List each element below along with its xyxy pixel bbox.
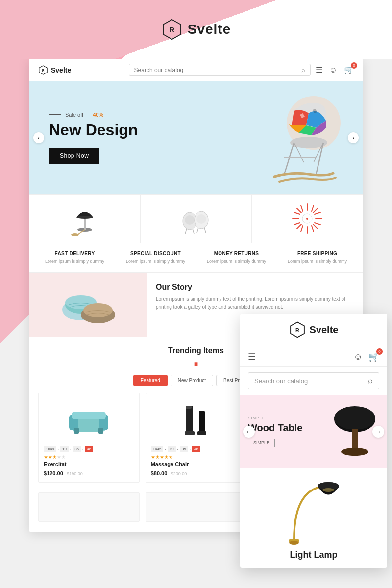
mobile-slider-arrow-left[interactable]: ← xyxy=(243,426,255,438)
about-image-block xyxy=(29,273,147,337)
svg-line-30 xyxy=(313,208,318,213)
product-name-1: Exercitat xyxy=(44,461,134,467)
cart-badge: 0 xyxy=(351,62,357,69)
about-title: Our Story xyxy=(156,283,354,292)
svg-rect-54 xyxy=(185,431,195,435)
mobile-search-placeholder: Search our catalog xyxy=(254,377,368,385)
mobile-header: R Svelte xyxy=(240,314,387,347)
category-strip xyxy=(29,194,363,243)
svg-line-6 xyxy=(284,143,294,174)
feature-shipping: FREE SHIPPING Lorem ipsum is simply dumm… xyxy=(277,251,358,265)
mobile-slider-arrow-right[interactable]: → xyxy=(372,426,384,438)
svg-point-41 xyxy=(306,218,308,220)
svg-line-36 xyxy=(312,205,314,211)
navbar-search-input[interactable] xyxy=(134,67,301,74)
product-card-placeholder-2 xyxy=(146,492,247,522)
tab-featured[interactable]: Featured xyxy=(133,375,168,386)
product-timer-1: 1049: 19: 35: 46 xyxy=(44,446,134,452)
svg-line-21 xyxy=(193,229,194,234)
svg-rect-50 xyxy=(74,428,79,434)
category-item-chairs[interactable] xyxy=(140,195,251,243)
sofa-svg xyxy=(67,401,111,440)
product-name-2: Massage Chair xyxy=(151,461,242,467)
mobile-search-bar[interactable]: Search our catalog ⌕ xyxy=(248,372,379,389)
tall-lamps-svg xyxy=(174,401,218,440)
feature-title-2: SPECIAL DISCOUNT xyxy=(118,251,194,256)
feature-title-3: MONEY RETURNS xyxy=(198,251,274,256)
hexagon-logo-icon: R xyxy=(161,19,183,40)
svg-line-35 xyxy=(315,223,320,225)
navbar-icons: ☰ ☺ 🛒 0 xyxy=(316,65,354,74)
hero-title: New Design xyxy=(49,121,138,139)
svg-line-37 xyxy=(301,226,303,232)
svg-text:R: R xyxy=(42,68,45,72)
svg-rect-57 xyxy=(186,406,192,409)
hero-product-image xyxy=(245,86,353,194)
rocking-chair-svg xyxy=(245,86,353,194)
svg-line-33 xyxy=(312,226,314,232)
hero-shop-now-button[interactable]: Shop Now xyxy=(49,148,99,164)
hero-text: Sale off 40% New Design Shop Now xyxy=(29,97,157,178)
clock-category-svg xyxy=(290,201,324,236)
wood-table-svg xyxy=(330,405,379,459)
mobile-nav-bar: ☰ ☺ 🛒 0 xyxy=(240,347,387,367)
product-card-placeholder-1 xyxy=(38,492,140,522)
hero-subtitle: Sale off 40% xyxy=(49,112,138,118)
svg-line-32 xyxy=(301,205,303,211)
svg-point-13 xyxy=(76,216,93,219)
mobile-product-image xyxy=(330,405,379,459)
feature-desc-4: Lorem ipsum is simply dummy xyxy=(279,258,355,265)
svg-rect-12 xyxy=(84,217,86,230)
navbar-logo-text: Svelte xyxy=(51,66,71,74)
svg-rect-53 xyxy=(186,406,193,434)
feature-desc-3: Lorem ipsum is simply dummy xyxy=(198,258,274,265)
svg-line-28 xyxy=(297,208,301,213)
mobile-mockup: R Svelte ☰ ☺ 🛒 0 Search our catalog ⌕ ← xyxy=(240,314,387,568)
mobile-lamp-section: Light Lamp xyxy=(240,468,387,568)
user-icon[interactable]: ☺ xyxy=(329,66,337,74)
svg-line-38 xyxy=(315,212,320,214)
product-timer-2: 1445: 19: 35: 46 xyxy=(151,446,242,452)
category-item-lamp[interactable] xyxy=(29,195,140,243)
product-card-2[interactable]: 1445: 19: 35: 46 ★★★★★ Massage Chair $80… xyxy=(146,393,247,483)
feature-title-4: FREE SHIPPING xyxy=(279,251,355,256)
feature-discount: SPECIAL DISCOUNT Lorem ipsum is simply d… xyxy=(115,251,196,265)
feature-title-1: FAST DELIVERY xyxy=(37,251,113,256)
product-card-1[interactable]: 1049: 19: 35: 46 ★★★★★ Exercitat $120.00… xyxy=(38,393,140,483)
mobile-logo: R Svelte xyxy=(289,321,339,338)
product-price-1: $120.00 $190.00 xyxy=(44,468,134,477)
product-stars-2: ★★★★★ xyxy=(151,454,242,460)
mobile-menu-icon[interactable]: ☰ xyxy=(248,351,256,362)
brand-logo-top: R Svelte xyxy=(161,19,231,40)
chairs-category-svg xyxy=(179,201,213,236)
mobile-product-button[interactable]: SIMPLE xyxy=(248,439,275,447)
about-desc: Lorem ipsum is simply dummy text of the … xyxy=(156,295,354,311)
mobile-cart-icon[interactable]: 🛒 0 xyxy=(368,351,379,362)
svg-point-15 xyxy=(71,233,79,236)
feature-desc-2: Lorem ipsum is simply dummy xyxy=(118,258,194,265)
menu-icon[interactable]: ☰ xyxy=(316,65,322,74)
svg-rect-55 xyxy=(199,411,205,434)
product-price-2: $80.00 $200.00 xyxy=(151,468,242,477)
feature-fast-delivery: FAST DELIVERY Lorem ipsum is simply dumm… xyxy=(34,251,115,265)
svg-text:R: R xyxy=(170,26,174,34)
hero-banner: ‹ Sale off 40% New Design Shop Now xyxy=(29,81,363,194)
features-bar: FAST DELIVERY Lorem ipsum is simply dumm… xyxy=(29,243,363,273)
svg-point-75 xyxy=(289,541,299,545)
category-item-clock[interactable] xyxy=(251,195,363,243)
svg-point-17 xyxy=(185,215,195,225)
mobile-product-tag: SIMPLE xyxy=(248,416,330,420)
feature-returns: MONEY RETURNS Lorem ipsum is simply dumm… xyxy=(196,251,277,265)
mobile-logo-name: Svelte xyxy=(310,324,339,336)
mobile-search-icon: ⌕ xyxy=(368,376,373,385)
svg-point-19 xyxy=(196,214,206,224)
cart-icon[interactable]: 🛒 0 xyxy=(344,65,354,74)
mobile-user-icon[interactable]: ☺ xyxy=(354,352,363,362)
svg-text:R: R xyxy=(295,327,299,333)
svg-point-73 xyxy=(322,488,334,492)
hero-arrow-right[interactable]: › xyxy=(348,132,359,143)
tab-new-product[interactable]: New Product xyxy=(171,375,213,386)
svg-line-20 xyxy=(185,229,187,234)
navbar-search-bar[interactable]: ⌕ xyxy=(129,64,311,76)
light-lamp-svg xyxy=(284,476,343,545)
